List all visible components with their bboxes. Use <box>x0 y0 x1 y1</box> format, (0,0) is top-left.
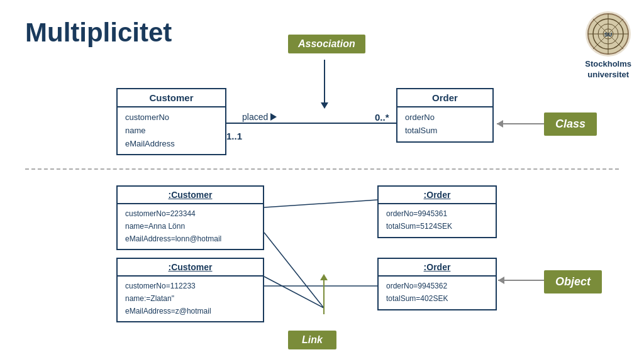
association-line <box>226 123 396 124</box>
logo-text: Stockholms universitet <box>585 59 631 80</box>
link-label: Link <box>288 331 336 349</box>
customer-obj1: :Customer customerNo=223344 name=Anna Lö… <box>116 185 264 250</box>
svg-text:SU: SU <box>604 31 613 38</box>
mult-0-star-label: 0..* <box>375 112 389 123</box>
placed-label: placed <box>242 112 277 122</box>
oobj1-attr2: totalSum=5124SEK <box>386 221 488 233</box>
placed-text: placed <box>242 112 268 122</box>
order-obj1-body: orderNo=9945361 totalSum=5124SEK <box>379 204 496 237</box>
class-annotation: Class <box>544 112 597 136</box>
oobj2-attr2: totalSum=402SEK <box>386 293 488 305</box>
logo-icon: SU <box>587 13 630 55</box>
logo-area: SU Stockholms universitet <box>585 11 631 80</box>
cobj2-attr1: customerNo=112233 <box>125 280 255 293</box>
customer-attr-customerno: customerNo <box>125 111 218 124</box>
cobj2-attr2: name:=Zlatan" <box>125 293 255 305</box>
customer-attr-name: name <box>125 124 218 138</box>
customer-obj1-body: customerNo=223344 name=Anna Lönn eMailAd… <box>118 204 263 249</box>
page-title: Multiplicitet <box>25 18 172 48</box>
order-class-body: orderNo totalSum <box>397 107 492 141</box>
order-obj1-header: :Order <box>379 187 496 204</box>
cobj2-attr3: eMailAddress=z@hotmail <box>125 305 255 318</box>
order-attr-orderno: orderNo <box>405 111 485 124</box>
svg-line-10 <box>264 233 324 308</box>
order-attr-totalsum: totalSum <box>405 124 485 138</box>
oobj1-attr1: orderNo=9945361 <box>386 208 488 221</box>
link-arrow <box>323 280 325 314</box>
customer-obj2: :Customer customerNo=112233 name:=Zlatan… <box>116 258 264 322</box>
association-arrow <box>324 60 325 104</box>
cobj1-attr2: name=Anna Lönn <box>125 221 255 233</box>
links-svg <box>0 0 644 362</box>
customer-obj1-header: :Customer <box>118 187 263 204</box>
association-label: Association <box>288 35 365 53</box>
cobj1-attr1: customerNo=223344 <box>125 208 255 221</box>
customer-class-body: customerNo name eMailAddress <box>118 107 225 154</box>
svg-line-9 <box>264 200 377 207</box>
svg-line-12 <box>264 277 324 308</box>
placed-arrow-icon <box>270 113 277 121</box>
object-arrow <box>498 280 544 281</box>
oobj2-attr1: orderNo=9945362 <box>386 280 488 293</box>
order-class: Order orderNo totalSum <box>396 88 494 143</box>
object-annotation: Object <box>544 270 602 293</box>
customer-attr-email: eMailAddress <box>125 138 218 151</box>
mult-1-1-label: 1..1 <box>226 131 242 141</box>
customer-obj2-body: customerNo=112233 name:=Zlatan" eMailAdd… <box>118 277 263 321</box>
customer-obj2-header: :Customer <box>118 259 263 277</box>
order-class-header: Order <box>397 89 492 107</box>
order-obj2-body: orderNo=9945362 totalSum=402SEK <box>379 277 496 309</box>
logo-circle: SU <box>586 11 631 57</box>
class-arrow <box>497 123 544 124</box>
order-obj2-header: :Order <box>379 259 496 277</box>
dashed-separator <box>25 168 619 170</box>
order-obj1: :Order orderNo=9945361 totalSum=5124SEK <box>377 185 497 238</box>
customer-class-header: Customer <box>118 89 225 107</box>
cobj1-attr3: eMailAddress=lonn@hotmail <box>125 233 255 246</box>
customer-class: Customer customerNo name eMailAddress <box>116 88 226 155</box>
order-obj2: :Order orderNo=9945362 totalSum=402SEK <box>377 258 497 310</box>
